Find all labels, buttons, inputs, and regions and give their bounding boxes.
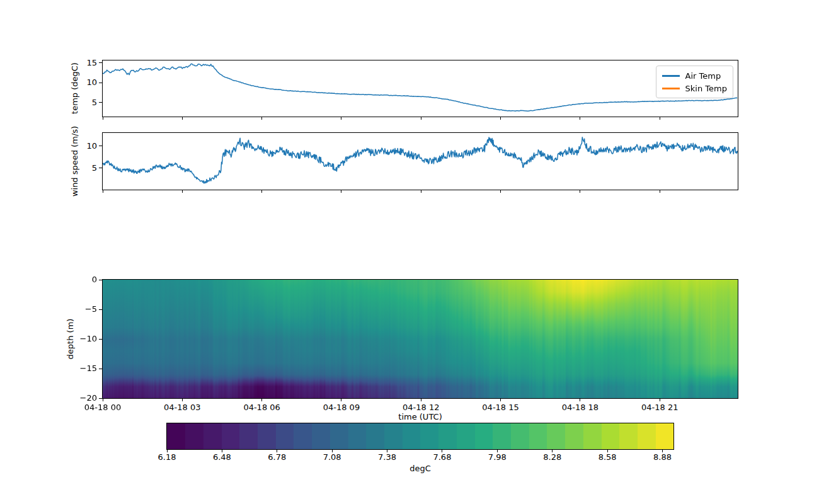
- air-temp-line-canvas: [103, 60, 738, 117]
- x-tick-mark: [182, 190, 183, 193]
- x-tick-label: 04-18 06: [234, 403, 290, 413]
- time-xlabel: time (UTC): [398, 412, 442, 421]
- air-temp-line-swatch: [662, 75, 680, 77]
- wind-speed-line-canvas: [103, 133, 738, 190]
- x-tick-mark: [261, 190, 262, 193]
- y-tick-mark: [99, 280, 102, 280]
- air-temp-legend-label: Air Temp: [685, 71, 721, 81]
- x-tick-mark: [182, 117, 183, 120]
- legend-entry-air-temp: Air Temp: [662, 69, 727, 82]
- colorbar-label: degC: [410, 464, 431, 473]
- y-tick-mark: [99, 83, 102, 83]
- colorbar-tick-label: 7.08: [313, 452, 351, 462]
- y-tick-label: 15: [53, 58, 97, 68]
- x-tick-mark: [261, 399, 262, 401]
- y-tick-mark: [99, 398, 102, 399]
- legend-entry-skin-temp: Skin Temp: [662, 82, 727, 94]
- x-tick-mark: [421, 117, 421, 120]
- y-tick-label: 5: [53, 98, 97, 108]
- y-tick-label: −10: [53, 334, 97, 344]
- x-tick-mark: [660, 399, 660, 401]
- colorbar-tick-label: 8.88: [644, 452, 682, 462]
- colorbar-tick-label: 8.28: [534, 452, 571, 462]
- y-tick-mark: [99, 146, 102, 146]
- x-tick-mark: [580, 399, 580, 401]
- x-tick-mark: [500, 399, 501, 401]
- depth-heatmap-axes: [102, 279, 738, 399]
- x-tick-mark: [421, 190, 421, 193]
- x-tick-mark: [341, 117, 341, 120]
- figure: Air Temp Skin Temp temp (degC) wind spee…: [0, 0, 819, 504]
- colorbar-tick-label: 8.58: [588, 452, 626, 462]
- colorbar-canvas: [167, 423, 673, 449]
- colorbar-tick-label: 7.38: [369, 452, 406, 462]
- x-tick-mark: [182, 399, 183, 401]
- x-tick-mark: [580, 190, 580, 193]
- colorbar-tick-label: 7.98: [478, 452, 516, 462]
- colorbar-tick-label: 6.48: [203, 452, 241, 462]
- y-tick-label: −15: [53, 364, 97, 374]
- colorbar-tick-label: 7.68: [423, 452, 461, 462]
- x-tick-mark: [103, 399, 103, 401]
- y-tick-label: 10: [53, 77, 97, 88]
- wind-speed-axes: [102, 132, 738, 190]
- y-tick-label: 5: [53, 163, 97, 173]
- legend: Air Temp Skin Temp: [656, 66, 733, 98]
- depth-heatmap-canvas: [103, 280, 738, 398]
- y-tick-mark: [99, 369, 102, 369]
- y-tick-mark: [99, 168, 102, 168]
- x-tick-mark: [580, 117, 580, 120]
- x-tick-label: 04-18 00: [74, 403, 131, 413]
- air-temp-axes: Air Temp Skin Temp: [102, 60, 738, 117]
- y-tick-label: 10: [53, 141, 97, 151]
- x-tick-mark: [660, 190, 660, 193]
- colorbar-tick-label: 6.78: [258, 452, 296, 462]
- x-tick-label: 04-18 18: [552, 403, 609, 413]
- colorbar-tick-label: 6.18: [148, 452, 186, 462]
- x-tick-mark: [500, 190, 501, 193]
- wind-ylabel: wind speed (m/s): [70, 126, 79, 197]
- x-tick-mark: [103, 117, 103, 120]
- x-tick-mark: [500, 117, 501, 120]
- x-tick-mark: [103, 190, 103, 193]
- x-tick-label: 04-18 12: [392, 403, 449, 413]
- x-tick-mark: [341, 399, 341, 401]
- y-tick-mark: [99, 339, 102, 340]
- y-tick-label: −20: [53, 393, 97, 403]
- colorbar: [166, 423, 674, 450]
- y-tick-mark: [99, 62, 102, 63]
- y-tick-label: 0: [53, 275, 97, 285]
- x-tick-label: 04-18 03: [154, 403, 210, 413]
- skin-temp-legend-label: Skin Temp: [685, 84, 727, 93]
- x-tick-mark: [660, 117, 660, 120]
- x-tick-label: 04-18 09: [313, 403, 370, 413]
- x-tick-label: 04-18 15: [472, 403, 529, 413]
- x-tick-label: 04-18 21: [631, 403, 688, 413]
- x-tick-mark: [421, 399, 421, 401]
- y-tick-mark: [99, 309, 102, 310]
- y-tick-mark: [99, 102, 102, 103]
- x-tick-mark: [341, 190, 341, 193]
- skin-temp-line-swatch: [662, 88, 680, 89]
- y-tick-label: −5: [53, 304, 97, 314]
- x-tick-mark: [261, 117, 262, 120]
